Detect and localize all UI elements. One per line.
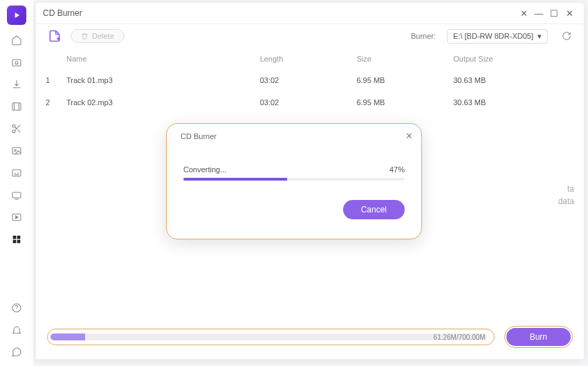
chevron-down-icon: ▾ — [538, 32, 542, 41]
burn-button[interactable]: Burn — [506, 328, 571, 346]
trash-icon — [81, 33, 89, 40]
svg-rect-0 — [12, 60, 21, 66]
modal-status: Converting... — [183, 165, 226, 174]
col-size: Size — [356, 55, 453, 63]
svg-rect-2 — [12, 103, 21, 111]
svg-rect-12 — [13, 240, 17, 244]
table-row[interactable]: 2 Track 02.mp3 03:02 6.95 MB 30.63 MB — [46, 91, 574, 113]
metadata-hint: ta data — [558, 183, 574, 208]
col-name: Name — [66, 55, 260, 63]
modal-close-icon[interactable]: ✕ — [405, 131, 413, 141]
bottom-bar: 61.26M/700.00M Burn — [36, 318, 584, 359]
minimize-icon[interactable]: ― — [531, 7, 546, 19]
film-icon[interactable] — [10, 100, 24, 113]
svg-rect-11 — [17, 236, 21, 239]
modal-progress-track — [183, 178, 405, 181]
camera-icon[interactable] — [10, 55, 24, 69]
burner-selected-value: E:\ [BD-RW 8DR-XD05] — [453, 32, 533, 40]
svg-point-4 — [12, 130, 15, 133]
modal-percent: 47% — [389, 165, 405, 174]
cancel-button[interactable]: Cancel — [343, 200, 405, 219]
close-icon[interactable]: ✕ — [516, 7, 531, 19]
svg-rect-13 — [17, 240, 21, 244]
capacity-fill — [50, 333, 85, 340]
app-logo-icon — [7, 6, 26, 25]
delete-button[interactable]: Delete — [71, 29, 125, 43]
svg-rect-7 — [12, 170, 21, 176]
capacity-bar: 61.26M/700.00M — [47, 329, 495, 345]
svg-rect-8 — [12, 192, 21, 198]
delete-label: Delete — [92, 32, 114, 40]
progress-modal: CD Burner ✕ Converting... 47% Cancel — [166, 123, 422, 239]
capacity-track — [50, 333, 487, 340]
toolbar: Delete Burner: E:\ [BD-RW 8DR-XD05] ▾ — [36, 24, 584, 48]
svg-rect-10 — [13, 236, 17, 239]
window-title: CD Burner — [43, 8, 82, 18]
chat-icon[interactable] — [10, 345, 24, 359]
image-icon[interactable] — [10, 144, 24, 158]
tv-icon[interactable] — [10, 188, 24, 202]
capacity-text: 61.26M/700.00M — [434, 333, 486, 341]
titlebar: CD Burner ✕ ― ☐ ✕ — [36, 3, 584, 24]
bell-icon[interactable] — [10, 323, 24, 337]
modal-progress-fill — [183, 178, 287, 181]
window-close-icon[interactable]: ✕ — [562, 7, 577, 19]
scissors-icon[interactable] — [10, 122, 24, 136]
subtitle-icon[interactable] — [10, 166, 24, 180]
help-icon[interactable] — [10, 301, 24, 315]
col-length: Length — [260, 55, 357, 63]
burner-label: Burner: — [411, 32, 436, 40]
svg-point-6 — [15, 149, 17, 152]
modal-title: CD Burner — [181, 132, 407, 140]
col-output: Output Size — [453, 55, 574, 63]
refresh-icon[interactable] — [559, 28, 574, 44]
app-sidebar — [0, 0, 33, 366]
burner-select[interactable]: E:\ [BD-RW 8DR-XD05] ▾ — [447, 29, 548, 44]
download-icon[interactable] — [10, 77, 24, 91]
toolbox-icon[interactable] — [10, 232, 24, 246]
svg-point-1 — [15, 62, 18, 64]
burn-button-wrap: Burn — [504, 326, 573, 348]
player-icon[interactable] — [10, 210, 24, 224]
home-icon[interactable] — [10, 33, 24, 47]
maximize-icon[interactable]: ☐ — [546, 7, 562, 19]
add-file-icon[interactable] — [46, 28, 64, 44]
table-row[interactable]: 1 Track 01.mp3 03:02 6.95 MB 30.63 MB — [46, 69, 574, 91]
svg-point-3 — [12, 125, 15, 127]
table-header: Name Length Size Output Size — [46, 48, 574, 69]
